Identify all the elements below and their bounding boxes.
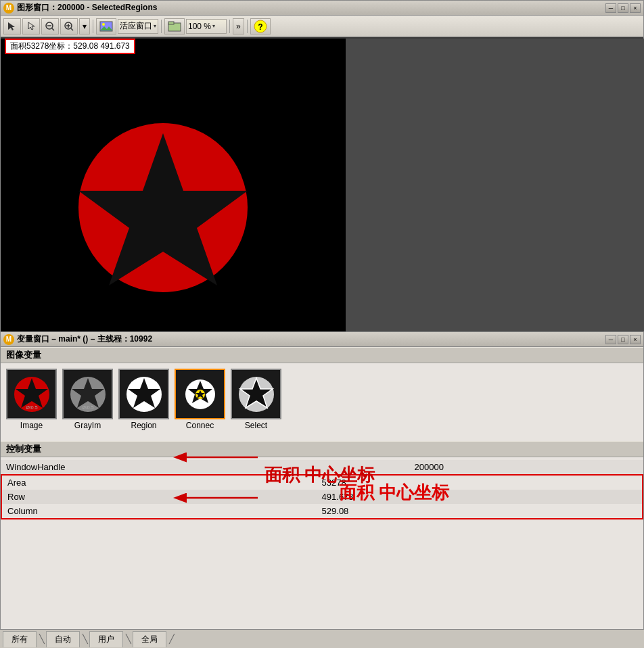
help-icon[interactable]: ? (250, 18, 271, 34)
zoom-in-tool[interactable] (60, 18, 78, 34)
thumbnail-box-image[interactable]: Ø/0.5 (6, 369, 57, 419)
bottom-close-button[interactable]: × (630, 335, 641, 344)
image-open-icon[interactable] (164, 18, 185, 34)
svg-line-6 (71, 28, 73, 30)
bottom-maximize-button[interactable]: □ (618, 335, 628, 344)
annotation-text: 面积 中心坐标 (339, 481, 449, 505)
zoom-percent-dropdown[interactable]: 100 % ▾ (186, 19, 227, 34)
tab-all[interactable]: 所有 (3, 631, 37, 647)
svg-point-8 (102, 23, 105, 26)
title-bar-left: M 图形窗口：200000 - SelectedRegions (3, 2, 157, 14)
tab-user[interactable]: 用户 (89, 631, 123, 647)
thumbnail-box-connec[interactable] (175, 369, 225, 419)
image-vars-section: Ø/0.5 Image Ø/0.5 GrayIm (1, 363, 643, 436)
top-window: M 图形窗口：200000 - SelectedRegions ─ □ × (0, 0, 644, 331)
app-icon: M (3, 3, 14, 14)
bottom-tabs: 所有 ╲ 自动 ╲ 用户 ╲ 全局 ╱ (0, 629, 644, 648)
tab-sep-3: ╲ (126, 634, 131, 644)
var-name-column: Column (2, 504, 317, 518)
status-text: 面积53278坐标：529.08 491.673 (10, 41, 130, 51)
separator-3 (229, 20, 230, 33)
tab-sep-1: ╲ (39, 634, 45, 644)
thumbnail-box-region[interactable] (118, 369, 169, 419)
image-icon[interactable] (96, 18, 116, 34)
separator-2 (161, 20, 162, 33)
thumbnail-grayim[interactable]: Ø/0.5 GrayIm (62, 369, 113, 430)
thumbnail-box-select[interactable] (231, 369, 281, 419)
tab-auto[interactable]: 自动 (46, 631, 80, 647)
tab-global[interactable]: 全局 (133, 631, 166, 647)
bottom-title-left: M 变量窗口 – main* () – 主线程：10992 (3, 333, 152, 345)
main-canvas[interactable] (1, 39, 346, 332)
more-tools[interactable]: » (233, 18, 244, 34)
pointer-tool[interactable] (22, 18, 40, 34)
tab-sep-2: ╲ (83, 634, 88, 644)
thumbnail-label-region: Region (131, 421, 156, 430)
separator-4 (247, 20, 248, 33)
toolbar: ▾ 活应窗口 ▾ 100 % ▾ » (1, 16, 643, 37)
dropdown-arrow-2: ▾ (212, 23, 215, 29)
maximize-button[interactable]: □ (618, 3, 628, 13)
fit-window-dropdown[interactable]: 活应窗口 ▾ (118, 19, 158, 34)
thumbnail-label-select: Select (245, 421, 267, 430)
image-vars-header: 图像变量 (1, 347, 643, 363)
control-vars-section: 控制变量 WindowHandle 200000 Area 53278 Row (1, 441, 643, 522)
bottom-title-bar: M 变量窗口 – main* () – 主线程：10992 ─ □ × (1, 332, 643, 347)
thumbnail-label-connec: Connec (186, 421, 214, 430)
canvas-right (346, 39, 644, 332)
var-name-row: Row (2, 490, 317, 504)
separator-1 (93, 20, 93, 33)
dropdown-arrow-1: ▾ (154, 23, 156, 29)
zoom-out-tool[interactable] (41, 18, 59, 34)
bottom-app-icon: M (3, 334, 14, 345)
thumbnail-connec[interactable]: Connec (175, 369, 225, 430)
thumbnails-row: Ø/0.5 Image Ø/0.5 GrayIm (6, 369, 638, 430)
bottom-window: M 变量窗口 – main* () – 主线程：10992 ─ □ × 图像变量… (0, 331, 644, 648)
thumbnail-box-grayim[interactable]: Ø/0.5 (62, 369, 113, 419)
status-overlay: 面积53278坐标：529.08 491.673 (5, 39, 135, 54)
svg-text:?: ? (258, 22, 262, 32)
thumbnail-image[interactable]: Ø/0.5 Image (6, 369, 57, 430)
bottom-minimize-button[interactable]: ─ (605, 335, 616, 344)
star-image (75, 120, 251, 296)
thumbnail-label-image: Image (20, 421, 43, 430)
top-window-title: 图形窗口：200000 - SelectedRegions (17, 2, 157, 14)
annotation-container: 面积 中心坐标 (332, 464, 603, 534)
svg-rect-11 (168, 22, 174, 24)
control-vars-header: 控制变量 (1, 441, 643, 457)
zoom-dropdown-arrow[interactable]: ▾ (79, 18, 90, 34)
title-controls: ─ □ × (605, 3, 641, 13)
thumbnail-select[interactable]: Select (231, 369, 281, 430)
thumbnail-label-grayim: GrayIm (74, 421, 101, 430)
minimize-button[interactable]: ─ (605, 3, 616, 13)
svg-text:Ø/0.5: Ø/0.5 (82, 405, 93, 410)
zoom-percent-label: 100 % (188, 22, 211, 31)
svg-text:Ø/0.5: Ø/0.5 (26, 405, 37, 410)
var-name-area: Area (2, 476, 317, 490)
close-button[interactable]: × (630, 3, 641, 13)
cursor-tool[interactable] (3, 18, 21, 34)
bottom-window-title: 变量窗口 – main* () – 主线程：10992 (17, 333, 152, 345)
thumbnail-region[interactable]: Region (118, 369, 169, 430)
top-title-bar: M 图形窗口：200000 - SelectedRegions ─ □ × (1, 1, 643, 16)
svg-line-2 (52, 28, 54, 30)
tab-sep-4: ╱ (169, 634, 175, 644)
bottom-title-controls: ─ □ × (605, 335, 641, 344)
fit-window-label: 活应窗口 (120, 20, 152, 32)
